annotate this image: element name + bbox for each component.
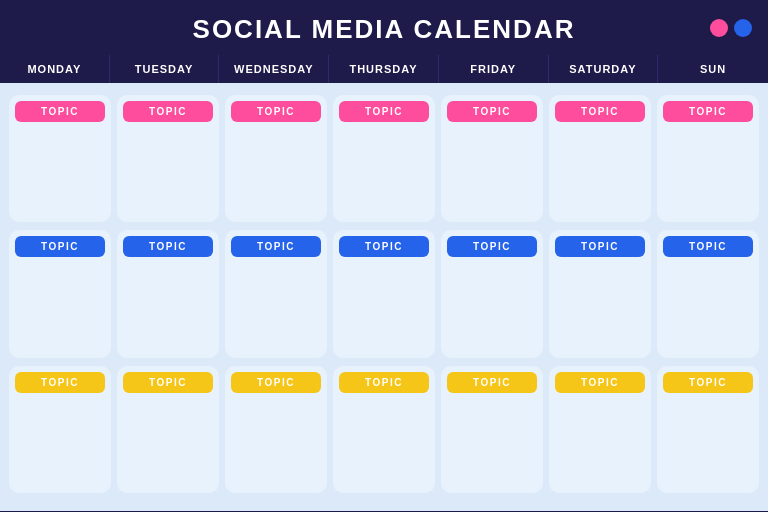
cell-content-r3-sun: [657, 397, 759, 493]
cell-content-r2-fri: [441, 261, 543, 357]
cell-r1-tue[interactable]: TOPIC: [117, 95, 219, 222]
cell-r2-wed[interactable]: TOPIC: [225, 230, 327, 357]
cell-r2-sat[interactable]: TOPIC: [549, 230, 651, 357]
topic-badge-r2-fri: TOPIC: [447, 236, 537, 257]
cell-r2-tue[interactable]: TOPIC: [117, 230, 219, 357]
topic-badge-r2-tue: TOPIC: [123, 236, 213, 257]
topic-badge-r2-thu: TOPIC: [339, 236, 429, 257]
topic-badge-r3-wed: TOPIC: [231, 372, 321, 393]
cell-r3-tue[interactable]: TOPIC: [117, 366, 219, 493]
dot-blue-icon: [734, 19, 752, 37]
cell-content-r2-wed: [225, 261, 327, 357]
topic-badge-r1-tue: TOPIC: [123, 101, 213, 122]
cell-r2-thu[interactable]: TOPIC: [333, 230, 435, 357]
header-dots: [710, 19, 752, 37]
cell-r2-sun[interactable]: TOPIC: [657, 230, 759, 357]
topic-badge-r3-sat: TOPIC: [555, 372, 645, 393]
day-saturday: SATURDAY: [549, 55, 659, 83]
cell-r1-sat[interactable]: TOPIC: [549, 95, 651, 222]
topic-badge-r1-wed: TOPIC: [231, 101, 321, 122]
cell-r3-wed[interactable]: TOPIC: [225, 366, 327, 493]
topic-badge-r2-mon: TOPIC: [15, 236, 105, 257]
dot-pink-icon: [710, 19, 728, 37]
cell-content-r2-thu: [333, 261, 435, 357]
cell-content-r1-sat: [549, 126, 651, 222]
cell-content-r1-fri: [441, 126, 543, 222]
cell-content-r2-mon: [9, 261, 111, 357]
cell-r2-mon[interactable]: TOPIC: [9, 230, 111, 357]
cell-r3-mon[interactable]: TOPIC: [9, 366, 111, 493]
cell-content-r1-tue: [117, 126, 219, 222]
page-title: SOCIAL MEDIA CALENDAR: [0, 14, 768, 45]
calendar-wrapper: MONDAY TUESDAY WEDNESDAY THURSDAY FRIDAY…: [0, 55, 768, 511]
cell-r3-thu[interactable]: TOPIC: [333, 366, 435, 493]
cell-content-r1-mon: [9, 126, 111, 222]
cell-r3-sun[interactable]: TOPIC: [657, 366, 759, 493]
cell-content-r1-wed: [225, 126, 327, 222]
day-sunday: SUN: [658, 55, 768, 83]
topic-badge-r3-thu: TOPIC: [339, 372, 429, 393]
day-thursday: THURSDAY: [329, 55, 439, 83]
page-header: SOCIAL MEDIA CALENDAR: [0, 0, 768, 55]
topic-badge-r1-fri: TOPIC: [447, 101, 537, 122]
cell-content-r3-fri: [441, 397, 543, 493]
cell-content-r1-thu: [333, 126, 435, 222]
cell-r1-thu[interactable]: TOPIC: [333, 95, 435, 222]
cell-content-r3-wed: [225, 397, 327, 493]
cell-content-r3-sat: [549, 397, 651, 493]
topic-badge-r2-sun: TOPIC: [663, 236, 753, 257]
cell-content-r3-mon: [9, 397, 111, 493]
topic-badge-r1-thu: TOPIC: [339, 101, 429, 122]
topic-badge-r3-mon: TOPIC: [15, 372, 105, 393]
cell-content-r3-tue: [117, 397, 219, 493]
cell-r3-fri[interactable]: TOPIC: [441, 366, 543, 493]
topic-badge-r3-sun: TOPIC: [663, 372, 753, 393]
cell-content-r2-sun: [657, 261, 759, 357]
cell-r3-sat[interactable]: TOPIC: [549, 366, 651, 493]
day-friday: FRIDAY: [439, 55, 549, 83]
topic-badge-r3-tue: TOPIC: [123, 372, 213, 393]
cell-r1-mon[interactable]: TOPIC: [9, 95, 111, 222]
topic-badge-r1-mon: TOPIC: [15, 101, 105, 122]
cell-r1-sun[interactable]: TOPIC: [657, 95, 759, 222]
cell-r1-wed[interactable]: TOPIC: [225, 95, 327, 222]
days-header: MONDAY TUESDAY WEDNESDAY THURSDAY FRIDAY…: [0, 55, 768, 83]
day-tuesday: TUESDAY: [110, 55, 220, 83]
day-monday: MONDAY: [0, 55, 110, 83]
cell-content-r1-sun: [657, 126, 759, 222]
cell-r1-fri[interactable]: TOPIC: [441, 95, 543, 222]
topic-badge-r3-fri: TOPIC: [447, 372, 537, 393]
cell-content-r2-tue: [117, 261, 219, 357]
topic-badge-r2-sat: TOPIC: [555, 236, 645, 257]
calendar-grid: TOPIC TOPIC TOPIC TOPIC TOPIC TOPIC TOPI…: [0, 83, 768, 505]
topic-badge-r1-sat: TOPIC: [555, 101, 645, 122]
topic-badge-r1-sun: TOPIC: [663, 101, 753, 122]
cell-r2-fri[interactable]: TOPIC: [441, 230, 543, 357]
cell-content-r3-thu: [333, 397, 435, 493]
cell-content-r2-sat: [549, 261, 651, 357]
topic-badge-r2-wed: TOPIC: [231, 236, 321, 257]
day-wednesday: WEDNESDAY: [219, 55, 329, 83]
